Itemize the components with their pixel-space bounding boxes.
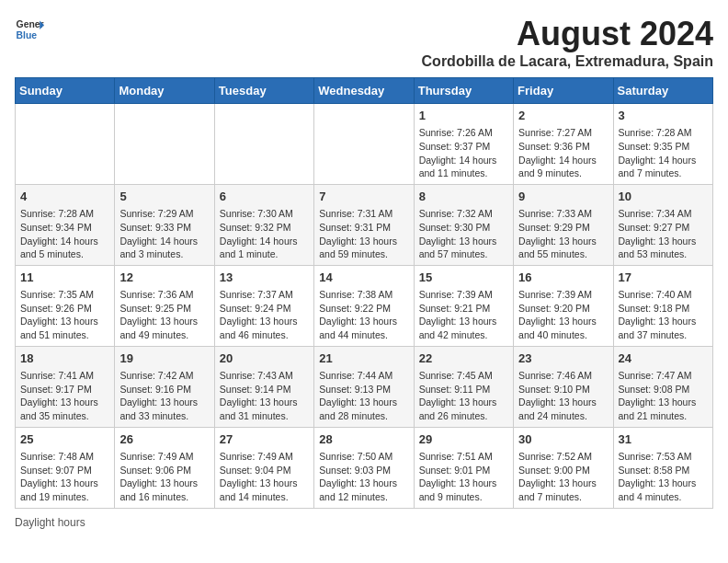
calendar-cell [115,104,214,185]
day-info: Sunrise: 7:41 AMSunset: 9:17 PMDaylight:… [20,369,109,423]
day-info: Sunrise: 7:49 AMSunset: 9:06 PMDaylight:… [119,450,209,504]
day-info: Sunrise: 7:39 AMSunset: 9:21 PMDaylight:… [419,288,508,342]
day-info: Sunrise: 7:28 AMSunset: 9:34 PMDaylight:… [20,207,109,261]
day-number: 14 [319,270,408,286]
day-info: Sunrise: 7:48 AMSunset: 9:07 PMDaylight:… [20,450,109,504]
calendar-cell: 29Sunrise: 7:51 AMSunset: 9:01 PMDayligh… [414,427,513,508]
day-number: 7 [319,189,408,205]
day-number: 20 [220,350,309,367]
svg-text:Blue: Blue [17,30,38,40]
calendar-cell: 14Sunrise: 7:38 AMSunset: 9:22 PMDayligh… [314,265,414,346]
day-info: Sunrise: 7:31 AMSunset: 9:31 PMDaylight:… [319,207,408,261]
calendar-cell: 22Sunrise: 7:45 AMSunset: 9:11 PMDayligh… [414,346,513,427]
calendar-cell: 24Sunrise: 7:47 AMSunset: 9:08 PMDayligh… [613,346,712,427]
calendar-cell: 26Sunrise: 7:49 AMSunset: 9:06 PMDayligh… [115,427,214,508]
calendar-cell: 28Sunrise: 7:50 AMSunset: 9:03 PMDayligh… [314,427,414,508]
day-number: 16 [518,270,608,286]
calendar-cell: 5Sunrise: 7:29 AMSunset: 9:33 PMDaylight… [115,184,214,265]
daylight-label: Daylight hours [15,516,85,529]
calendar-cell: 16Sunrise: 7:39 AMSunset: 9:20 PMDayligh… [514,265,613,346]
calendar-cell: 27Sunrise: 7:49 AMSunset: 9:04 PMDayligh… [214,427,313,508]
day-info: Sunrise: 7:34 AMSunset: 9:27 PMDaylight:… [619,207,708,261]
calendar-cell: 25Sunrise: 7:48 AMSunset: 9:07 PMDayligh… [16,427,115,508]
day-number: 12 [119,270,209,286]
day-info: Sunrise: 7:33 AMSunset: 9:29 PMDaylight:… [518,207,608,261]
calendar-cell: 21Sunrise: 7:44 AMSunset: 9:13 PMDayligh… [314,346,414,427]
day-number: 6 [220,189,309,205]
day-number: 11 [20,270,109,286]
calendar-cell: 6Sunrise: 7:30 AMSunset: 9:32 PMDaylight… [214,184,313,265]
day-info: Sunrise: 7:39 AMSunset: 9:20 PMDaylight:… [518,288,608,342]
day-of-week-header: Saturday [613,78,712,104]
day-number: 13 [220,270,309,286]
day-info: Sunrise: 7:52 AMSunset: 9:00 PMDaylight:… [518,450,608,504]
day-number: 19 [119,350,209,367]
day-number: 3 [619,108,708,124]
day-number: 27 [220,431,309,448]
calendar-cell: 7Sunrise: 7:31 AMSunset: 9:31 PMDaylight… [314,184,414,265]
day-number: 24 [619,350,708,367]
subtitle: Cordobilla de Lacara, Extremadura, Spain [422,53,713,70]
day-number: 18 [20,350,109,367]
day-info: Sunrise: 7:49 AMSunset: 9:04 PMDaylight:… [220,450,309,504]
calendar-cell: 30Sunrise: 7:52 AMSunset: 9:00 PMDayligh… [514,427,613,508]
calendar-cell: 13Sunrise: 7:37 AMSunset: 9:24 PMDayligh… [214,265,313,346]
calendar-cell: 15Sunrise: 7:39 AMSunset: 9:21 PMDayligh… [414,265,513,346]
day-of-week-header: Wednesday [314,78,414,104]
footer: Daylight hours [15,516,713,529]
day-of-week-header: Friday [514,78,613,104]
day-number: 8 [419,189,508,205]
day-info: Sunrise: 7:28 AMSunset: 9:35 PMDaylight:… [619,126,708,180]
day-info: Sunrise: 7:36 AMSunset: 9:25 PMDaylight:… [119,288,209,342]
day-number: 4 [20,189,109,205]
calendar-cell [314,104,414,185]
day-info: Sunrise: 7:42 AMSunset: 9:16 PMDaylight:… [119,369,209,423]
logo: General Blue [15,15,44,44]
logo-icon: General Blue [15,15,44,44]
day-number: 2 [518,108,608,124]
day-info: Sunrise: 7:29 AMSunset: 9:33 PMDaylight:… [119,207,209,261]
day-info: Sunrise: 7:32 AMSunset: 9:30 PMDaylight:… [419,207,508,261]
day-number: 9 [518,189,608,205]
day-info: Sunrise: 7:35 AMSunset: 9:26 PMDaylight:… [20,288,109,342]
day-info: Sunrise: 7:45 AMSunset: 9:11 PMDaylight:… [419,369,508,423]
day-info: Sunrise: 7:53 AMSunset: 8:58 PMDaylight:… [619,450,708,504]
calendar-cell: 8Sunrise: 7:32 AMSunset: 9:30 PMDaylight… [414,184,513,265]
day-of-week-header: Monday [115,78,214,104]
day-number: 28 [319,431,408,448]
day-number: 10 [619,189,708,205]
calendar-cell: 2Sunrise: 7:27 AMSunset: 9:36 PMDaylight… [514,104,613,185]
day-number: 29 [419,431,508,448]
day-of-week-header: Tuesday [214,78,313,104]
day-info: Sunrise: 7:50 AMSunset: 9:03 PMDaylight:… [319,450,408,504]
day-info: Sunrise: 7:38 AMSunset: 9:22 PMDaylight:… [319,288,408,342]
calendar-table: SundayMondayTuesdayWednesdayThursdayFrid… [15,77,713,509]
day-info: Sunrise: 7:30 AMSunset: 9:32 PMDaylight:… [220,207,309,261]
day-of-week-header: Thursday [414,78,513,104]
calendar-cell: 4Sunrise: 7:28 AMSunset: 9:34 PMDaylight… [16,184,115,265]
calendar-cell [214,104,313,185]
day-info: Sunrise: 7:46 AMSunset: 9:10 PMDaylight:… [518,369,608,423]
day-info: Sunrise: 7:43 AMSunset: 9:14 PMDaylight:… [220,369,309,423]
calendar-cell: 17Sunrise: 7:40 AMSunset: 9:18 PMDayligh… [613,265,712,346]
calendar-cell: 1Sunrise: 7:26 AMSunset: 9:37 PMDaylight… [414,104,513,185]
header: General Blue August 2024 Cordobilla de L… [15,15,713,70]
day-info: Sunrise: 7:51 AMSunset: 9:01 PMDaylight:… [419,450,508,504]
day-number: 15 [419,270,508,286]
day-number: 21 [319,350,408,367]
day-info: Sunrise: 7:40 AMSunset: 9:18 PMDaylight:… [619,288,708,342]
calendar-cell: 12Sunrise: 7:36 AMSunset: 9:25 PMDayligh… [115,265,214,346]
calendar-cell: 31Sunrise: 7:53 AMSunset: 8:58 PMDayligh… [613,427,712,508]
main-title: August 2024 [422,15,713,53]
calendar-cell: 3Sunrise: 7:28 AMSunset: 9:35 PMDaylight… [613,104,712,185]
day-info: Sunrise: 7:47 AMSunset: 9:08 PMDaylight:… [619,369,708,423]
calendar-cell: 9Sunrise: 7:33 AMSunset: 9:29 PMDaylight… [514,184,613,265]
calendar-cell: 18Sunrise: 7:41 AMSunset: 9:17 PMDayligh… [16,346,115,427]
calendar-cell [16,104,115,185]
calendar-cell: 23Sunrise: 7:46 AMSunset: 9:10 PMDayligh… [514,346,613,427]
calendar-cell: 20Sunrise: 7:43 AMSunset: 9:14 PMDayligh… [214,346,313,427]
day-number: 31 [619,431,708,448]
day-number: 23 [518,350,608,367]
title-area: August 2024 Cordobilla de Lacara, Extrem… [422,15,713,70]
day-info: Sunrise: 7:27 AMSunset: 9:36 PMDaylight:… [518,126,608,180]
